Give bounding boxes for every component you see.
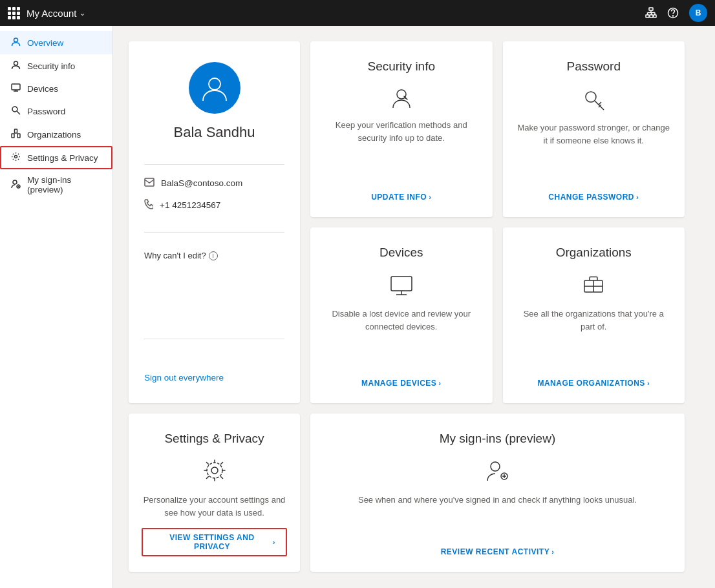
profile-avatar [189,62,240,114]
svg-line-17 [17,111,20,114]
svg-rect-3 [654,15,656,17]
organizations-card-title: Organizations [556,246,632,260]
svg-line-30 [599,102,601,105]
svg-rect-18 [12,134,14,138]
sidebar-item-security-info[interactable]: Security info [0,54,112,78]
main-content: Bala Sandhu BalaS@contoso.com [113,26,715,588]
sidebar-item-devices[interactable]: Devices [0,78,112,100]
svg-rect-0 [649,8,653,10]
svg-rect-13 [12,84,20,90]
sidebar-item-organizations[interactable]: Organizations [0,123,112,146]
review-activity-link[interactable]: REVIEW RECENT ACTIVITY › [441,547,555,556]
security-info-card-icon [390,85,413,111]
sidebar-item-overview[interactable]: Overview [0,31,112,54]
top-navigation: My Account ⌄ B [0,0,715,26]
manage-devices-link[interactable]: MANAGE DEVICES › [361,379,442,388]
my-signins-title: My sign-ins (preview) [440,432,555,446]
my-signins-description: See when and where you've signed in and … [358,494,637,538]
devices-card-title: Devices [379,246,423,260]
sign-out-link[interactable]: Sign out everywhere [144,347,224,383]
svg-point-10 [673,16,674,16]
organizations-description: See all the organizations that you're a … [516,308,672,370]
app-title[interactable]: My Account ⌄ [27,8,85,19]
password-description: Make your password stronger, or change i… [516,121,672,184]
sidebar-item-settings-privacy[interactable]: Settings & Privacy [0,146,112,169]
password-card-icon [581,85,606,114]
settings-icon [10,152,21,163]
why-cant-edit[interactable]: Why can't I edit? i [144,251,218,260]
password-icon [10,105,21,117]
svg-point-22 [13,180,17,184]
chevron-right-icon: › [438,379,441,387]
change-password-link[interactable]: CHANGE PASSWORD › [548,193,639,202]
devices-description: Disable a lost device and review your co… [323,308,480,370]
settings-privacy-title: Settings & Privacy [164,432,264,446]
main-layout: Overview Security info Devices [0,26,715,588]
svg-point-21 [14,156,17,158]
org-icon[interactable] [645,7,657,19]
svg-point-40 [491,462,500,471]
svg-rect-32 [391,277,412,291]
help-icon[interactable] [667,7,679,19]
email-icon [144,178,155,189]
my-signins-card: My sign-ins (preview) See when and where… [310,414,685,572]
manage-organizations-link[interactable]: MANAGE ORGANIZATIONS › [537,379,650,388]
svg-point-38 [211,467,218,474]
profile-phone-field: +1 4251234567 [144,199,284,211]
profile-email-field: BalaS@contoso.com [144,178,284,189]
devices-card: Devices Disable a lost device and review… [310,227,493,403]
chevron-right-icon: › [429,193,431,201]
view-settings-button[interactable]: VIEW SETTINGS AND PRIVACY › [142,528,287,556]
svg-point-16 [12,107,17,112]
cards-grid: Bala Sandhu BalaS@contoso.com [129,41,685,572]
svg-point-39 [207,463,222,478]
chevron-right-icon: › [636,193,639,201]
svg-rect-20 [17,134,20,138]
password-card: Password Make your password stronger, or… [503,41,685,217]
devices-icon [10,83,21,94]
svg-rect-2 [650,15,653,17]
organizations-icon [10,129,21,140]
chevron-right-icon: › [647,379,650,387]
chevron-right-icon: › [551,548,554,556]
security-info-title: Security info [367,59,435,74]
chevron-right-icon: › [273,538,275,546]
svg-line-29 [595,101,604,110]
settings-privacy-card: Settings & Privacy Personalize your acco… [129,414,300,572]
svg-rect-1 [646,15,649,17]
svg-point-12 [14,61,17,65]
security-info-icon [10,60,21,72]
devices-card-icon [389,271,414,300]
svg-rect-19 [14,129,17,133]
security-info-card: Security info Keep your verification met… [310,41,493,217]
svg-point-28 [586,92,596,102]
profile-email: BalaS@contoso.com [161,178,242,188]
chevron-down-icon: ⌄ [80,9,85,17]
signins-icon [10,179,21,191]
organizations-card-icon [581,271,606,300]
svg-rect-25 [145,178,154,186]
app-launcher-icon[interactable] [8,7,20,19]
security-info-description: Keep your verification methods and secur… [323,119,480,184]
svg-point-11 [14,38,17,42]
settings-privacy-icon [202,457,228,486]
organizations-card: Organizations See all the organizations … [503,227,685,403]
user-avatar[interactable]: B [689,4,707,22]
password-card-title: Password [567,59,621,74]
profile-card: Bala Sandhu BalaS@contoso.com [129,41,300,403]
overview-icon [10,37,21,48]
profile-phone: +1 4251234567 [160,200,220,210]
info-icon: i [209,251,218,260]
settings-privacy-description: Personalize your account settings and se… [142,494,287,519]
phone-icon [144,199,153,211]
profile-name: Bala Sandhu [174,124,255,141]
sidebar: Overview Security info Devices [0,26,113,588]
my-signins-icon [485,457,511,486]
update-info-link[interactable]: UPDATE INFO › [371,193,431,202]
sidebar-item-password[interactable]: Password [0,100,112,123]
svg-point-24 [209,78,220,90]
sidebar-item-my-signins[interactable]: My sign-ins (preview) [0,169,112,200]
